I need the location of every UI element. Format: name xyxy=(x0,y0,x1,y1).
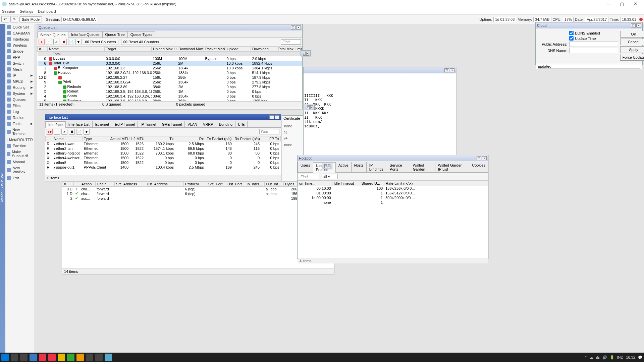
remove-button[interactable]: − xyxy=(54,129,60,135)
tab-bonding[interactable]: Bonding xyxy=(216,121,235,127)
col-header[interactable]: FP Tx xyxy=(261,136,281,141)
col-header[interactable]: Upload xyxy=(225,47,251,52)
bg-close-icon[interactable]: × xyxy=(328,164,330,168)
tab-interface-queues[interactable]: Interface Queues xyxy=(68,31,102,38)
nav-switch[interactable]: Switch xyxy=(5,60,35,66)
tray-notifications-icon[interactable]: 💬 xyxy=(638,355,643,360)
tab-interface-list[interactable]: Interface List xyxy=(65,121,93,127)
tab-vrrp[interactable]: VRRP xyxy=(200,121,216,127)
menu-dashboard[interactable]: Dashboard xyxy=(38,9,56,13)
nav-bridge[interactable]: Bridge xyxy=(5,48,35,54)
tray-up-icon[interactable]: ^ xyxy=(585,355,587,359)
window-restore-icon[interactable]: □ xyxy=(291,25,296,29)
bg-restore-icon[interactable]: □ xyxy=(303,52,306,56)
minimize-button[interactable]: — xyxy=(602,1,615,6)
table-row[interactable]: 2✔acc...forward1987.9 KiB23 429 xyxy=(62,196,334,201)
queue-find-input[interactable]: Find xyxy=(281,39,301,45)
cloud-titlebar[interactable]: Cloud □ × xyxy=(536,22,642,28)
steam-icon[interactable] xyxy=(95,354,103,361)
tab-cookies[interactable]: Cookies xyxy=(469,162,488,172)
start-button[interactable] xyxy=(1,354,9,361)
chrome-icon[interactable] xyxy=(39,354,46,361)
filter-button[interactable]: ▼ xyxy=(84,129,90,135)
window-close-icon[interactable]: × xyxy=(636,23,641,27)
nav-interfaces[interactable]: Interfaces xyxy=(5,36,35,42)
col-header[interactable]: Target xyxy=(105,47,152,52)
col-header[interactable]: Chain xyxy=(95,182,114,187)
table-row[interactable]: 6Total_BW0.0.0.0/0256k2M10.0 kbps1892.4 … xyxy=(38,61,303,66)
enable-button[interactable]: ✔ xyxy=(61,129,67,135)
table-row[interactable]: 9Priv8192.168.3.0/24256k1384k0 bps279.2 … xyxy=(38,80,303,84)
nav-new-terminal[interactable]: New Terminal xyxy=(5,127,35,137)
tab-gre-tunnel[interactable]: GRE Tunnel xyxy=(159,121,185,127)
ok-button[interactable]: OK xyxy=(620,31,644,38)
menu-session[interactable]: Session xyxy=(2,9,15,13)
col-header[interactable]: Action xyxy=(80,182,95,187)
col-header[interactable]: Download Max Limit xyxy=(177,47,204,52)
col-header[interactable]: Dst. Address xyxy=(145,182,184,187)
add-button[interactable]: +▾ xyxy=(47,129,53,135)
tab-lte[interactable]: LTE xyxy=(235,121,248,127)
dns-name-input[interactable] xyxy=(569,48,618,53)
col-header[interactable]: Total Max Limit (bi... xyxy=(276,47,303,52)
table-row[interactable]: R⬧ether1-wanEthernet15001526130.2 kbps2.… xyxy=(46,141,281,146)
nav-ppp[interactable]: PPP xyxy=(5,54,35,60)
window-restore-icon[interactable]: □ xyxy=(444,68,449,72)
col-header[interactable]: Tx Packet (p/s) xyxy=(205,136,233,141)
maximize-button[interactable]: ▢ xyxy=(615,1,629,6)
bg-restore-icon[interactable]: □ xyxy=(307,105,310,109)
add-button[interactable]: + xyxy=(39,39,45,45)
nav-new-winbox[interactable]: New WinBox xyxy=(5,165,35,175)
chrome-icon-2[interactable] xyxy=(48,354,56,361)
hotspot-titlebar[interactable]: Hotspot □ × xyxy=(298,155,488,161)
reset-all-counters-button[interactable]: 00 Reset All Counters xyxy=(121,39,161,45)
tab-hosts[interactable]: Hosts xyxy=(351,162,367,172)
winbox-icon[interactable] xyxy=(105,354,112,361)
tab-walled-garden[interactable]: Walled Garden xyxy=(410,162,435,172)
tab-service-ports[interactable]: Service Ports xyxy=(387,162,410,172)
window-close-icon[interactable]: × xyxy=(482,156,487,160)
nav-routing[interactable]: Routing▶ xyxy=(5,84,35,90)
nav-manual[interactable]: Manual xyxy=(5,159,35,165)
col-header[interactable]: Rate Limit (rx/tx) xyxy=(384,181,488,186)
taskview-icon[interactable] xyxy=(20,354,28,361)
safe-mode-button[interactable]: Safe Mode xyxy=(19,16,42,22)
col-header[interactable]: Rx Packet (p/s) xyxy=(233,136,261,141)
col-header[interactable]: L2 MTU xyxy=(130,136,145,141)
table-row[interactable]: X⬧ether5Ethernet150015220 bps0 bps000 bp… xyxy=(46,160,281,165)
table-row[interactable]: X⬧ether4-webser...Ethernet150015220 bps0… xyxy=(46,156,281,160)
comment-button[interactable]: 📄 xyxy=(68,39,74,45)
tray-time[interactable]: 16:32 xyxy=(626,355,635,359)
tab-ip-bindings[interactable]: IP Bindings xyxy=(366,162,387,172)
col-header[interactable]: Name xyxy=(48,47,105,52)
nav-metarouter[interactable]: MetaROUTER xyxy=(5,137,35,143)
queue-list-titlebar[interactable]: Queue List □ × xyxy=(37,24,302,31)
col-header[interactable]: In. Inter... xyxy=(245,182,264,187)
nav-make-supout-rif[interactable]: Make Supout.rif xyxy=(5,149,35,159)
table-row[interactable]: 8Hotspot192.168.2.0/24, 192.168.3.0/2425… xyxy=(38,70,303,75)
col-header[interactable]: Dst. Port xyxy=(226,182,245,187)
col-header[interactable]: Upload Max Limit xyxy=(152,47,177,52)
col-header[interactable]: Idle Timeout xyxy=(332,181,360,186)
col-header[interactable]: Actual MTU xyxy=(109,136,130,141)
tray-volume-icon[interactable]: 🔊 xyxy=(602,355,607,360)
redo-button[interactable]: ↷ xyxy=(10,16,18,22)
table-row[interactable]: 01:00:001156k/512k 0/0 0... xyxy=(298,191,488,195)
table-row[interactable]: 0Bypass0.0.0.0/0100M100MBypass0 bps2.0 k… xyxy=(38,56,303,61)
terminal-window[interactable]: □× IIIIIII KKK II KKK II KKK KKK II KKKK… xyxy=(303,67,456,158)
col-header[interactable]: Name xyxy=(52,136,83,141)
force-update-button[interactable]: Force Update xyxy=(620,54,644,61)
tray-network-icon[interactable]: 🖧 xyxy=(596,355,600,359)
window-restore-icon[interactable]: □ xyxy=(269,115,274,119)
table-row[interactable]: R⬧ether3-hotspotEthernet15001522733.1 kb… xyxy=(46,151,281,156)
tab-interface[interactable]: Interface xyxy=(45,121,66,128)
app-icon-3[interactable] xyxy=(86,354,93,361)
tab-active[interactable]: Active xyxy=(335,162,352,172)
col-header[interactable] xyxy=(46,136,52,141)
table-row[interactable]: R⬧ether2-lanEthernet150015221574.1 kbps6… xyxy=(46,146,281,151)
bg-restore-icon[interactable]: □ xyxy=(324,164,327,168)
nav-capsman[interactable]: CAPsMAN xyxy=(5,30,35,36)
nav-ip[interactable]: IP▶ xyxy=(5,72,35,78)
nav-partition[interactable]: Partition xyxy=(5,143,35,149)
table-row[interactable]: XRobert192.168.3.5, 192.168.3.6, 192.168… xyxy=(38,89,303,94)
